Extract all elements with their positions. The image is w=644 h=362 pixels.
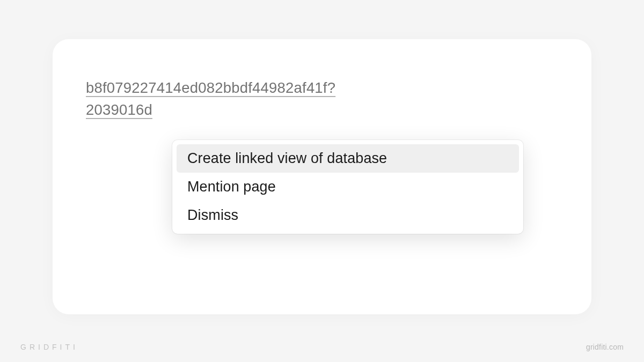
footer-site: gridfiti.com	[586, 343, 624, 351]
url-line-2: 2039016d	[86, 101, 152, 118]
menu-item-label: Create linked view of database	[187, 150, 387, 166]
footer-brand: GRIDFITI	[20, 343, 78, 351]
menu-item-mention-page[interactable]: Mention page	[177, 173, 519, 201]
menu-item-label: Mention page	[187, 179, 276, 195]
menu-item-create-linked-view[interactable]: Create linked view of database	[177, 144, 519, 173]
pasted-url-text: b8f079227414ed082bbdf44982af41f? 2039016…	[86, 77, 335, 121]
menu-item-dismiss[interactable]: Dismiss	[177, 201, 519, 230]
url-line-1: b8f079227414ed082bbdf44982af41f?	[86, 79, 335, 96]
url-action-menu: Create linked view of database Mention p…	[172, 140, 523, 234]
menu-item-label: Dismiss	[187, 207, 238, 223]
